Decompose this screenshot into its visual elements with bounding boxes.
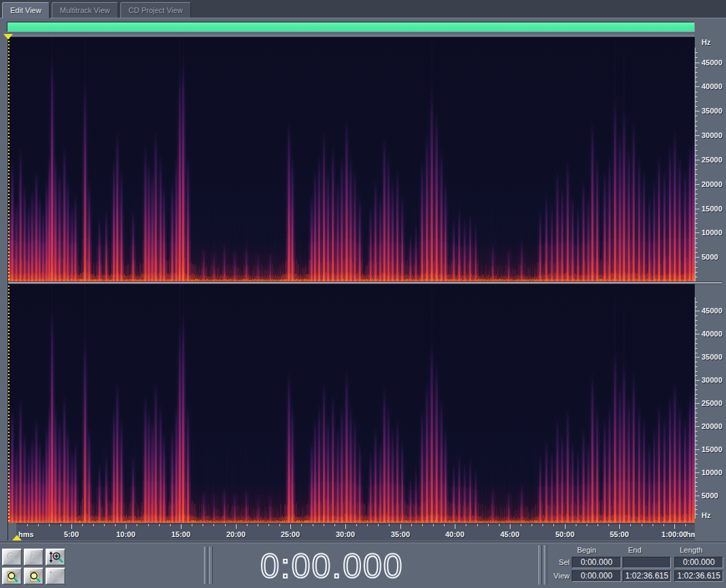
freq-tick (695, 228, 697, 228)
freq-tick (695, 496, 699, 496)
time-tick (642, 524, 642, 526)
freq-tick (695, 243, 697, 243)
time-tick (279, 524, 280, 526)
time-display[interactable]: 0:00.000 (260, 547, 404, 586)
freq-tick (695, 366, 697, 367)
time-tick (269, 524, 269, 526)
time-tick (126, 524, 126, 529)
transport-status-bar: 0:00.000 BeginEndLengthSel0:00.0000:00.0… (0, 542, 726, 588)
time-tick (115, 524, 116, 526)
time-tick (510, 524, 511, 529)
freq-tick (695, 454, 697, 455)
channel-divider[interactable] (8, 281, 722, 284)
spectrogram-right-channel[interactable] (8, 284, 695, 523)
time-tick (60, 524, 61, 526)
time-tick (422, 524, 423, 526)
freq-tick (695, 111, 699, 111)
sel-length-field[interactable]: 0:00.000 (674, 557, 723, 568)
freq-tick-label: 10000 (702, 468, 723, 477)
tab-multitrack-view[interactable]: Multitrack View (52, 2, 118, 18)
freq-tick (695, 464, 697, 464)
zoom-out-horizontal-button[interactable] (2, 549, 22, 566)
freq-tick (695, 184, 699, 185)
time-tick (685, 524, 686, 526)
freq-tick (695, 426, 699, 427)
playhead-marker-bottom-icon[interactable] (12, 535, 22, 540)
tab-edit-view[interactable]: Edit View (2, 2, 50, 18)
view-length-field[interactable]: 1:02:36.615 (674, 570, 723, 582)
sel-begin-field[interactable]: 0:00.000 (572, 557, 621, 568)
time-tick (477, 524, 478, 526)
freq-tick (695, 257, 699, 258)
tab-cd-project-view[interactable]: CD Project View (120, 2, 191, 18)
view-begin-field[interactable]: 0:00.000 (572, 570, 621, 582)
freq-tick-label: 35000 (702, 107, 723, 115)
freq-tick (695, 272, 697, 273)
selview-header-begin: Begin (577, 546, 596, 554)
playhead-cursor[interactable] (8, 37, 10, 523)
view-tab-bar: Edit ViewMultitrack ViewCD Project View (0, 0, 726, 18)
zoom-full-button[interactable] (24, 549, 44, 566)
freq-tick (695, 357, 699, 358)
freq-tick (695, 160, 699, 160)
zoom-out-vertical-button[interactable] (46, 568, 65, 585)
freq-tick (695, 116, 697, 116)
freq-tick (695, 121, 697, 122)
time-tick (181, 524, 182, 529)
time-tick-label: 50:00 (555, 530, 574, 538)
freq-tick (695, 307, 697, 307)
freq-tick (695, 150, 697, 151)
time-tick (576, 524, 576, 526)
time-tick (608, 524, 609, 526)
playhead-marker-top-icon[interactable] (3, 34, 13, 39)
time-tick (619, 524, 620, 529)
freq-tick (695, 413, 697, 413)
freq-tick (695, 509, 697, 510)
freq-tick (695, 155, 697, 156)
freq-tick-label: 5000 (702, 491, 718, 500)
zoom-selection-right-button[interactable] (24, 568, 44, 585)
time-tick (587, 524, 587, 526)
time-tick (71, 524, 72, 529)
time-tick (378, 524, 379, 526)
freq-tick (695, 390, 697, 390)
spectrogram-left-channel[interactable] (8, 37, 695, 281)
freq-tick (695, 311, 699, 311)
freq-tick (695, 500, 697, 501)
freq-tick (695, 52, 697, 53)
time-tick (653, 524, 653, 526)
freq-tick (695, 189, 697, 190)
time-tick-label: 20:00 (226, 530, 245, 538)
freq-tick (695, 380, 699, 381)
freq-tick (695, 320, 697, 321)
freq-tick (695, 126, 697, 126)
freq-tick (695, 86, 699, 87)
freq-tick (695, 371, 697, 372)
time-tick (93, 524, 94, 526)
freq-tick (695, 209, 699, 209)
time-tick-label: 1:00:00 (661, 530, 687, 538)
freq-tick (695, 421, 697, 422)
freq-tick (695, 486, 697, 487)
sel-end-field[interactable] (623, 557, 671, 568)
selview-gripper[interactable] (538, 545, 547, 585)
freq-tick (695, 394, 697, 395)
overview-navigator-bar[interactable] (7, 22, 695, 32)
freq-tick (695, 505, 697, 506)
time-ruler[interactable]: hms hms 5:0010:0015:0020:0025:0030:0035:… (16, 523, 703, 540)
freq-tick (695, 375, 697, 376)
zoom-selection-left-button[interactable] (2, 568, 22, 585)
freq-tick (695, 417, 697, 418)
view-end-field[interactable]: 1:02:36.615 (623, 570, 671, 582)
freq-tick (695, 57, 697, 58)
time-tick (170, 524, 171, 526)
frequency-ruler-column[interactable]: 4500040000350003000025000200001500010000… (695, 35, 726, 540)
freq-tick (695, 445, 697, 445)
mag-page-left-icon (5, 570, 20, 583)
zoom-in-vertical-button[interactable] (46, 549, 65, 566)
time-tick (598, 524, 598, 526)
selview-header-end: End (628, 546, 642, 554)
freq-tick-label: 15000 (702, 445, 723, 453)
toolbar-gripper[interactable] (204, 547, 213, 584)
mag-plus-vert-icon (48, 551, 63, 564)
